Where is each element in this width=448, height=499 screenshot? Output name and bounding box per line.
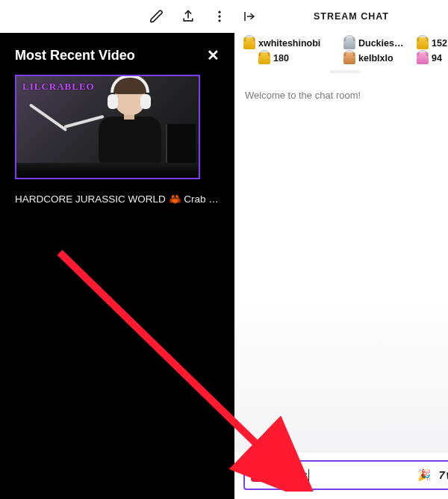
collapse-icon[interactable]	[242, 10, 257, 23]
chat-panel: STREAM CHAT xwhiteshinobi Duckies… 152	[234, 0, 448, 499]
chat-text-input[interactable]: /ban lilc	[273, 469, 411, 481]
drag-handle[interactable]	[330, 70, 360, 73]
svg-point-2	[218, 19, 220, 22]
chat-input[interactable]: /ban lilc 🎉 7ᴠ	[243, 460, 448, 490]
input-prefix: /ban	[273, 469, 296, 480]
leaderboard-name: xwhiteshinobi	[258, 38, 320, 49]
gift-icon	[343, 52, 355, 64]
section-header: Most Recent Video ✕	[0, 33, 234, 73]
more-icon[interactable]	[212, 9, 227, 24]
leaderboard-name: kelblxlo	[358, 53, 393, 63]
gift-icon	[417, 52, 429, 64]
broadcaster-badge-icon	[251, 468, 267, 482]
leaderboard-value: 180	[273, 53, 289, 63]
input-typed: lilc	[296, 469, 308, 480]
close-icon[interactable]: ✕	[207, 46, 220, 64]
gift-icon	[258, 52, 270, 64]
chat-title: STREAM CHAT	[257, 11, 446, 22]
gift-icon	[243, 37, 255, 49]
share-icon[interactable]	[181, 9, 196, 24]
emote-picker-icon[interactable]: 7ᴠ	[439, 468, 448, 482]
video-title[interactable]: HARDCORE JURASSIC WORLD 🦀 Crab R…	[15, 193, 220, 205]
thumbnail-tag: LILCRABLEO	[22, 81, 95, 93]
cheer-icon[interactable]: 🎉	[417, 468, 432, 482]
leaderboard-row: 180 kelblxlo 94	[243, 52, 447, 64]
svg-point-1	[218, 15, 220, 17]
leaderboard-value: 94	[432, 53, 442, 63]
video-thumbnail[interactable]: LILCRABLEO	[15, 75, 200, 179]
edit-icon[interactable]	[149, 9, 164, 24]
leaderboard[interactable]: xwhiteshinobi Duckies… 152 180	[234, 33, 448, 81]
chat-header: STREAM CHAT	[234, 0, 448, 33]
svg-point-0	[218, 11, 220, 13]
video-panel: Most Recent Video ✕ LILCRABLEO HARDCORE …	[0, 0, 234, 499]
video-toolbar	[0, 0, 234, 33]
chat-messages[interactable]: Welcome to the chat room!	[234, 81, 448, 453]
text-caret	[308, 469, 309, 481]
welcome-message: Welcome to the chat room!	[245, 90, 448, 101]
leaderboard-value: 152	[432, 38, 447, 49]
leaderboard-row: xwhiteshinobi Duckies… 152	[243, 37, 447, 49]
gift-icon	[343, 37, 355, 49]
chat-input-area: /ban lilc 🎉 7ᴠ	[234, 453, 448, 499]
leaderboard-name: Duckies…	[358, 38, 403, 49]
section-title: Most Recent Video	[15, 48, 135, 63]
gift-icon	[417, 37, 429, 49]
